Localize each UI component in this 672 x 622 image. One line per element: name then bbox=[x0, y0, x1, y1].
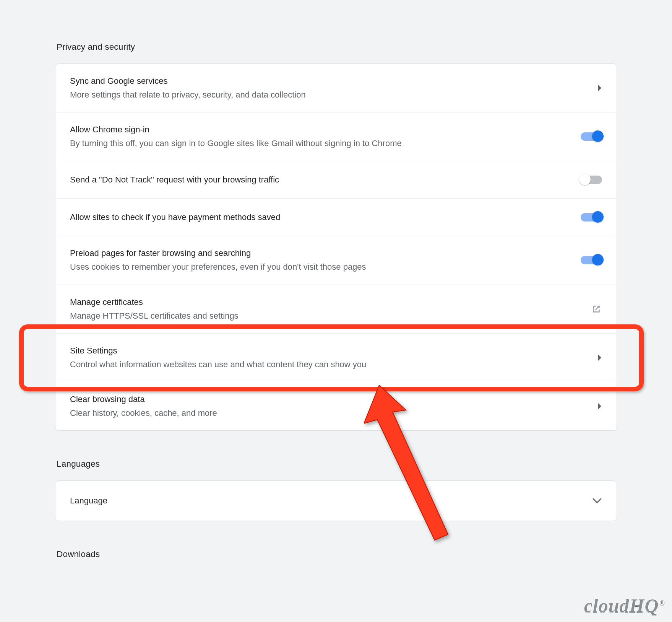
row-title: Clear browsing data bbox=[70, 393, 590, 406]
language-row[interactable]: Language bbox=[55, 481, 617, 521]
row-title: Send a "Do Not Track" request with your … bbox=[70, 173, 573, 186]
privacy-heading: Privacy and security bbox=[55, 42, 617, 64]
payment-check-row[interactable]: Allow sites to check if you have payment… bbox=[55, 199, 617, 236]
privacy-card: Sync and Google services More settings t… bbox=[55, 64, 617, 431]
row-title: Allow Chrome sign-in bbox=[70, 123, 573, 136]
row-text: Clear browsing data Clear history, cooki… bbox=[70, 393, 597, 420]
row-sub: Manage HTTPS/SSL certificates and settin… bbox=[70, 309, 583, 322]
row-title: Sync and Google services bbox=[70, 75, 590, 88]
row-sub: Control what information websites can us… bbox=[70, 358, 590, 371]
section-languages: Languages Language bbox=[55, 459, 617, 521]
caret-right-icon bbox=[597, 354, 602, 361]
watermark: cloudHQ® bbox=[584, 594, 665, 617]
downloads-heading: Downloads bbox=[55, 549, 617, 571]
payment-toggle[interactable] bbox=[581, 213, 602, 221]
clear-browsing-data-row[interactable]: Clear browsing data Clear history, cooki… bbox=[55, 382, 617, 430]
watermark-text: cloudHQ bbox=[584, 595, 659, 616]
row-action bbox=[581, 256, 602, 264]
row-text: Preload pages for faster browsing and se… bbox=[70, 247, 581, 274]
signin-toggle[interactable] bbox=[581, 132, 602, 141]
allow-signin-row[interactable]: Allow Chrome sign-in By turning this off… bbox=[55, 112, 617, 161]
row-sub: By turning this off, you can sign in to … bbox=[70, 137, 573, 150]
row-text: Allow Chrome sign-in By turning this off… bbox=[70, 123, 581, 150]
preload-pages-row[interactable]: Preload pages for faster browsing and se… bbox=[55, 236, 617, 285]
row-title: Site Settings bbox=[70, 344, 590, 357]
row-title: Allow sites to check if you have payment… bbox=[70, 211, 573, 224]
languages-card: Language bbox=[55, 480, 617, 521]
sync-services-row[interactable]: Sync and Google services More settings t… bbox=[55, 64, 617, 112]
languages-heading: Languages bbox=[55, 459, 617, 480]
row-sub: More settings that relate to privacy, se… bbox=[70, 88, 590, 101]
row-text: Send a "Do Not Track" request with your … bbox=[70, 173, 581, 186]
row-title: Manage certificates bbox=[70, 296, 583, 309]
row-action bbox=[581, 176, 602, 184]
chevron-down-icon bbox=[592, 498, 602, 504]
row-text: Sync and Google services More settings t… bbox=[70, 75, 597, 101]
row-action bbox=[581, 132, 602, 141]
row-text: Site Settings Control what information w… bbox=[70, 344, 597, 371]
section-downloads: Downloads bbox=[55, 549, 617, 571]
advanced-label: Advanced bbox=[310, 0, 348, 2]
dnt-toggle[interactable] bbox=[581, 176, 602, 184]
row-text: Manage certificates Manage HTTPS/SSL cer… bbox=[70, 296, 591, 322]
row-sub: Clear history, cookies, cache, and more bbox=[70, 407, 590, 420]
caret-right-icon bbox=[597, 85, 602, 91]
row-action bbox=[581, 213, 602, 221]
row-text: Language bbox=[70, 494, 592, 507]
row-sub: Uses cookies to remember your preference… bbox=[70, 261, 573, 274]
row-text: Allow sites to check if you have payment… bbox=[70, 211, 581, 224]
site-settings-row[interactable]: Site Settings Control what information w… bbox=[55, 334, 617, 382]
section-privacy: Privacy and security Sync and Google ser… bbox=[55, 42, 617, 431]
external-link-icon bbox=[591, 303, 602, 315]
do-not-track-row[interactable]: Send a "Do Not Track" request with your … bbox=[55, 161, 617, 199]
manage-certificates-row[interactable]: Manage certificates Manage HTTPS/SSL cer… bbox=[55, 285, 617, 334]
caret-right-icon bbox=[597, 403, 602, 410]
preload-toggle[interactable] bbox=[581, 256, 602, 264]
row-title: Language bbox=[70, 494, 584, 507]
registered-icon: ® bbox=[660, 599, 665, 607]
row-title: Preload pages for faster browsing and se… bbox=[70, 247, 573, 260]
